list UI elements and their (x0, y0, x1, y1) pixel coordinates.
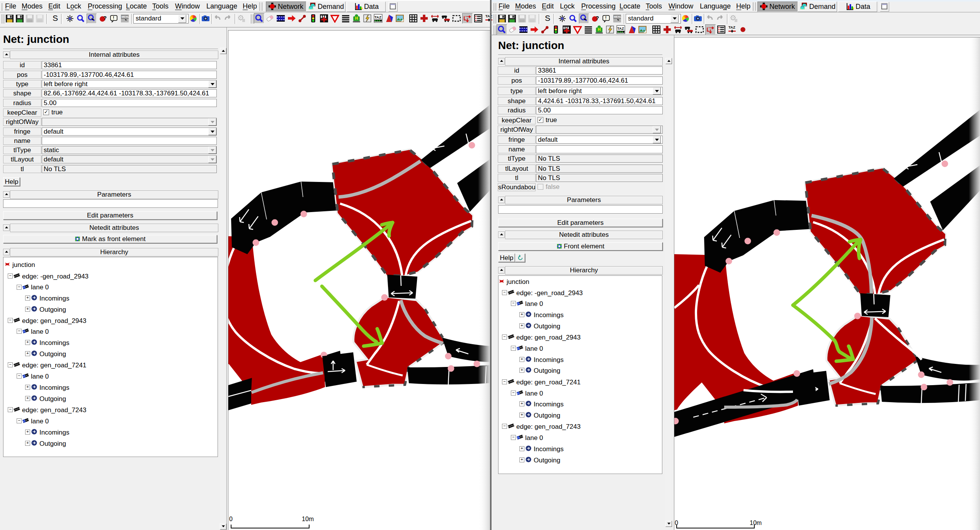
svg-text:10m: 10m (750, 520, 762, 526)
svg-text:0: 0 (229, 516, 233, 522)
svg-text:0: 0 (675, 520, 678, 526)
svg-text:10m: 10m (302, 516, 314, 522)
